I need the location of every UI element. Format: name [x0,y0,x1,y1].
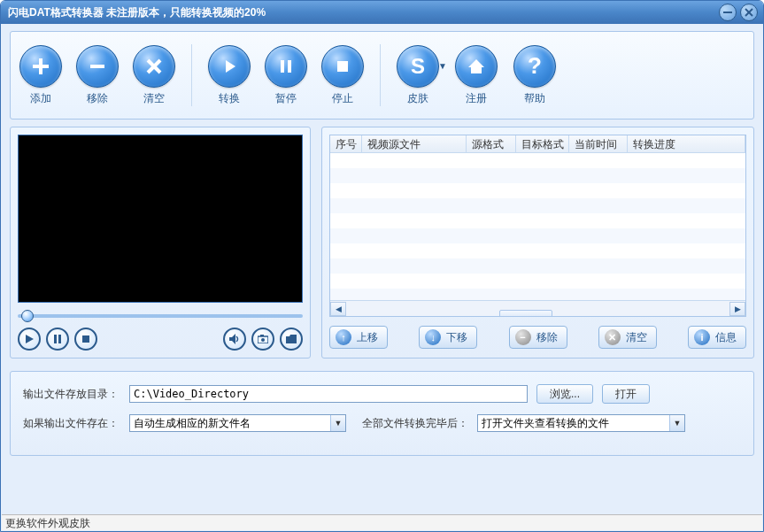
plus-icon [19,45,62,88]
svg-rect-14 [54,335,57,343]
video-preview [18,135,303,303]
arrow-up-icon: ↑ [336,329,351,345]
col-source[interactable]: 视频源文件 [362,135,467,152]
svg-rect-4 [33,65,49,68]
status-bar: 更换软件外观皮肤 [2,514,762,530]
app-title: 闪电DAT格式转换器 未注册版本，只能转换视频的20% [8,5,266,20]
play-icon [208,45,251,88]
chevron-down-icon: ▼ [438,61,447,71]
preview-panel [10,127,311,359]
folder-button[interactable] [280,328,303,351]
horizontal-scrollbar[interactable]: ◀ ▶ [330,300,745,316]
cross-icon [133,45,175,88]
snapshot-button[interactable] [251,328,274,351]
svg-rect-10 [288,60,291,73]
col-tgt-fmt[interactable]: 目标格式 [516,135,569,152]
arrow-down-icon: ↓ [425,329,441,345]
if-exists-label: 如果输出文件存在： [23,416,120,431]
svg-rect-0 [723,12,732,13]
file-table: 序号 视频源文件 源格式 目标格式 当前时间 转换进度 ◀ ▶ [329,135,746,317]
main-toolbar: 添加 移除 清空 转换 暂停 停止 [10,31,754,120]
status-text: 更换软件外观皮肤 [5,517,90,529]
output-settings-panel: 输出文件存放目录： 浏览... 打开 如果输出文件存在： ▼ 全部文件转换完毕后… [10,371,754,456]
scroll-left-icon[interactable]: ◀ [330,302,346,316]
info-button[interactable]: i信息 [688,326,746,349]
table-header: 序号 视频源文件 源格式 目标格式 当前时间 转换进度 [330,135,745,153]
titlebar: 闪电DAT格式转换器 未注册版本，只能转换视频的20% [1,1,763,24]
output-dir-input[interactable] [129,385,528,403]
minimize-button[interactable] [719,4,737,21]
pause-icon [265,45,307,88]
minus-icon [76,45,119,88]
seek-slider[interactable] [18,310,303,322]
file-list-panel: 序号 视频源文件 源格式 目标格式 当前时间 转换进度 ◀ ▶ ↑上移 ↓下移 … [321,127,754,359]
col-progress[interactable]: 转换进度 [628,135,745,152]
player-stop-button[interactable] [74,328,97,351]
table-body[interactable] [330,153,745,300]
svg-rect-16 [82,335,89,343]
svg-rect-9 [281,60,284,73]
move-up-button[interactable]: ↑上移 [329,326,388,349]
register-button[interactable]: 注册 [455,45,498,106]
svg-marker-13 [26,335,34,343]
stop-icon [321,45,364,88]
col-src-fmt[interactable]: 源格式 [467,135,516,152]
svg-rect-5 [90,65,104,68]
output-dir-label: 输出文件存放目录： [23,387,120,402]
volume-button[interactable] [223,328,246,351]
info-icon: i [694,329,710,345]
add-button[interactable]: 添加 [19,45,62,106]
question-icon: ? [513,45,556,88]
player-play-button[interactable] [18,328,41,351]
clear-button[interactable]: 清空 [133,45,175,106]
after-convert-label: 全部文件转换完毕后： [362,416,468,431]
home-icon [455,45,498,88]
minus-icon: − [515,329,531,345]
skin-button[interactable]: S ▼ 皮肤 [397,45,439,106]
stop-button[interactable]: 停止 [321,45,364,106]
svg-rect-11 [337,61,348,72]
help-button[interactable]: ? 帮助 [513,45,556,106]
svg-point-19 [261,338,265,342]
svg-marker-12 [468,59,484,73]
scroll-right-icon[interactable]: ▶ [729,302,745,316]
move-down-button[interactable]: ↓下移 [419,326,477,349]
close-button[interactable] [740,4,758,21]
svg-marker-8 [226,60,235,73]
skin-icon: S [397,45,439,88]
cross-icon: ✕ [605,329,621,345]
if-exists-combo[interactable] [129,414,346,432]
open-folder-button[interactable]: 打开 [602,384,650,404]
svg-rect-15 [58,335,61,343]
col-index[interactable]: 序号 [330,135,362,152]
col-cur-time[interactable]: 当前时间 [569,135,628,152]
scroll-thumb[interactable] [499,310,552,318]
remove-button[interactable]: 移除 [76,45,119,106]
svg-marker-17 [229,334,235,344]
pause-button[interactable]: 暂停 [265,45,307,106]
svg-rect-20 [260,335,264,336]
after-convert-combo[interactable] [477,414,685,432]
slider-thumb-icon[interactable] [21,310,34,322]
list-remove-button[interactable]: −移除 [509,326,567,349]
list-clear-button[interactable]: ✕清空 [598,326,657,349]
chevron-down-icon[interactable]: ▼ [330,415,345,431]
browse-button[interactable]: 浏览... [536,384,593,404]
player-pause-button[interactable] [46,328,69,351]
convert-button[interactable]: 转换 [208,45,251,106]
chevron-down-icon[interactable]: ▼ [669,415,684,431]
